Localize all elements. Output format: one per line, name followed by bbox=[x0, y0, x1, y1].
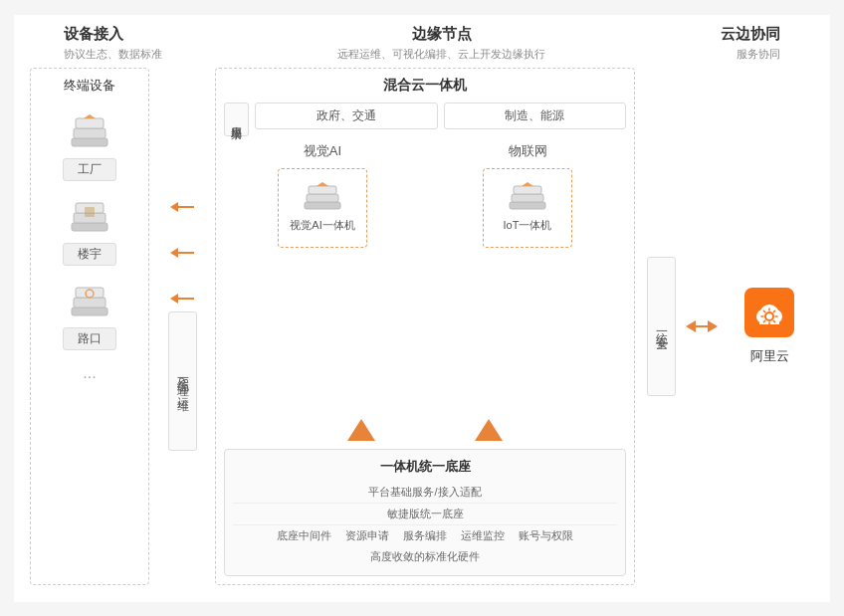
base-sub-items: 底座中间件 资源申请 服务编排 运维监控 账号与权限 bbox=[233, 525, 617, 546]
base-platform-title: 一体机统一底座 bbox=[233, 458, 617, 476]
arrow-h-line bbox=[696, 325, 708, 327]
scene-tag-gov: 政府、交通 bbox=[255, 103, 438, 129]
header-device-title: 设备接入 bbox=[64, 25, 162, 44]
device-intersection-label: 路口 bbox=[63, 327, 116, 350]
svg-rect-7 bbox=[72, 308, 107, 315]
header-edge-subtitle: 远程运维、可视化编排、云上开发边缘执行 bbox=[162, 47, 721, 62]
arrow-intersection-head bbox=[170, 294, 178, 304]
svg-rect-3 bbox=[72, 223, 107, 231]
base-item-account: 账号与权限 bbox=[519, 528, 573, 543]
header-edge-section: 边缘节点 远程运维、可视化编排、云上开发边缘执行 bbox=[162, 25, 721, 62]
svg-rect-12 bbox=[307, 194, 338, 202]
svg-rect-13 bbox=[309, 186, 336, 194]
svg-rect-8 bbox=[74, 298, 106, 308]
header-edge-title: 边缘节点 bbox=[162, 25, 721, 44]
header-device-section: 设备接入 协议生态、数据标准 bbox=[34, 25, 162, 62]
security-strip: 统一安全 bbox=[643, 68, 679, 585]
panel-center: 混合云一体机 应用场景 政府、交通 制造、能源 视觉AI bbox=[215, 68, 635, 585]
app-scenes-label: 应用场景 bbox=[224, 103, 249, 136]
arrow-factory bbox=[170, 202, 194, 212]
diagram-container: 设备接入 协议生态、数据标准 边缘节点 远程运维、可视化编排、云上开发边缘执行 … bbox=[14, 15, 830, 602]
base-item-service: 服务编排 bbox=[403, 528, 447, 543]
base-item-monitor: 运维监控 bbox=[461, 528, 505, 543]
device-building-label: 楼宇 bbox=[63, 243, 116, 266]
device-factory: 工厂 bbox=[63, 112, 116, 181]
arrow-factory-head bbox=[170, 202, 178, 212]
device-intersection: 路口 bbox=[63, 282, 116, 350]
svg-rect-1 bbox=[74, 128, 106, 138]
iot-machine-box: IoT一体机 bbox=[483, 168, 572, 248]
arrow-up-right bbox=[475, 419, 503, 441]
base-row-services: 平台基础服务/接入适配 bbox=[233, 482, 617, 504]
header-cloud-section: 云边协同 服务协同 bbox=[721, 25, 810, 62]
ai-iot-section: 视觉AI 视觉AI一体机 bbox=[224, 142, 626, 405]
svg-rect-6 bbox=[85, 207, 95, 217]
panel-aliyun: 阿里云 bbox=[725, 68, 814, 585]
ai-machine-box: 视觉AI一体机 bbox=[278, 168, 367, 248]
iot-section-label: 物联网 bbox=[509, 142, 547, 160]
panel-terminal-devices: 终端设备 工厂 bbox=[30, 68, 149, 585]
svg-rect-2 bbox=[76, 118, 104, 128]
building-icon bbox=[64, 197, 115, 239]
header-cloud-subtitle: 服务协同 bbox=[721, 47, 780, 62]
base-row-hardware: 高度收敛的标准化硬件 bbox=[233, 546, 617, 567]
scene-tag-mfg: 制造、能源 bbox=[444, 103, 627, 129]
svg-rect-14 bbox=[510, 202, 545, 209]
scene-tags: 政府、交通 制造、能源 bbox=[255, 103, 626, 129]
intersection-icon bbox=[64, 282, 115, 323]
svg-rect-0 bbox=[72, 138, 107, 146]
management-label: 统一管理&运维 bbox=[168, 311, 197, 451]
app-scenes-row: 应用场景 政府、交通 制造、能源 bbox=[224, 103, 626, 136]
aliyun-icon bbox=[744, 288, 794, 337]
management-text: 统一管理&运维 bbox=[174, 369, 191, 391]
header-cloud-title: 云边协同 bbox=[721, 25, 780, 44]
iot-machine-label: IoT一体机 bbox=[504, 218, 552, 233]
ai-machine-label: 视觉AI一体机 bbox=[290, 218, 354, 233]
ai-section-label: 视觉AI bbox=[304, 142, 341, 160]
main-content: 终端设备 工厂 bbox=[24, 68, 820, 585]
iot-column: 物联网 IoT一体机 bbox=[429, 142, 626, 405]
device-building: 楼宇 bbox=[63, 197, 116, 266]
arrow-building-head bbox=[170, 248, 178, 258]
factory-icon bbox=[64, 112, 115, 154]
app-scenes-text: 应用场景 bbox=[229, 117, 244, 121]
top-headers: 设备接入 协议生态、数据标准 边缘节点 远程运维、可视化编排、云上开发边缘执行 … bbox=[24, 25, 820, 68]
horiz-arrow bbox=[686, 320, 718, 332]
device-factory-label: 工厂 bbox=[63, 158, 116, 181]
arrows-row bbox=[224, 415, 626, 445]
aliyun-label: 阿里云 bbox=[750, 347, 789, 365]
device-mgmt-area: 统一管理&运维 bbox=[157, 68, 207, 585]
security-to-cloud-arrow bbox=[687, 68, 717, 585]
panel-left-title: 终端设备 bbox=[64, 77, 115, 95]
arrow-up-left bbox=[347, 419, 375, 441]
security-label: 统一安全 bbox=[647, 257, 676, 396]
base-row-agile: 敏捷版统一底座 bbox=[233, 504, 617, 525]
base-item-middleware: 底座中间件 bbox=[277, 528, 331, 543]
arrow-factory-line bbox=[178, 206, 194, 208]
ai-machine-icon bbox=[303, 182, 342, 214]
svg-rect-11 bbox=[305, 202, 340, 209]
ai-column: 视觉AI 视觉AI一体机 bbox=[224, 142, 421, 405]
arrow-intersection bbox=[170, 294, 194, 304]
arrow-intersection-line bbox=[178, 298, 194, 300]
device-arrows bbox=[170, 202, 194, 304]
iot-machine-icon bbox=[508, 182, 547, 214]
base-item-resource: 资源申请 bbox=[345, 528, 389, 543]
header-device-subtitle: 协议生态、数据标准 bbox=[64, 47, 162, 62]
arrow-left-head bbox=[686, 320, 696, 332]
base-platform: 一体机统一底座 平台基础服务/接入适配 敏捷版统一底座 底座中间件 资源申请 服… bbox=[224, 449, 626, 576]
arrow-right-head bbox=[708, 320, 718, 332]
svg-rect-15 bbox=[512, 194, 543, 202]
center-panel-title: 混合云一体机 bbox=[224, 77, 626, 95]
arrow-building bbox=[170, 248, 194, 258]
svg-point-22 bbox=[766, 313, 772, 319]
security-text: 统一安全 bbox=[653, 322, 670, 330]
device-more-dots: ... bbox=[83, 364, 96, 382]
arrow-building-line bbox=[178, 252, 194, 254]
svg-rect-16 bbox=[514, 186, 541, 194]
